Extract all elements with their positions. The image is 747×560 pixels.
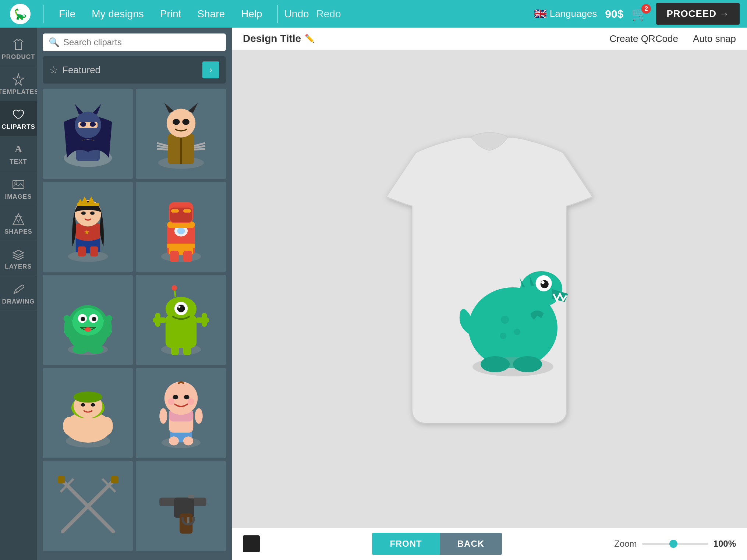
sidebar-item-text[interactable]: A TEXT [0, 136, 37, 171]
sidebar-item-cliparts[interactable]: CLIPARTS [0, 101, 37, 136]
svg-point-67 [81, 316, 85, 321]
svg-point-75 [171, 285, 177, 291]
back-button[interactable]: BACK [440, 533, 502, 555]
clipart-baby[interactable] [136, 368, 226, 458]
svg-point-128 [541, 280, 549, 288]
nav-print[interactable]: Print [152, 8, 190, 20]
sidebar-item-images[interactable]: IMAGES [0, 171, 37, 206]
svg-point-23 [182, 119, 190, 125]
svg-rect-121 [188, 495, 194, 498]
images-icon [12, 178, 25, 191]
nav-file[interactable]: File [51, 8, 84, 20]
clipart-gun[interactable] [136, 461, 226, 551]
proceed-arrow-icon: → [719, 8, 729, 20]
clipart-swords[interactable] [43, 461, 133, 551]
sidebar-item-shapes[interactable]: SHAPES [0, 206, 37, 241]
svg-point-106 [188, 398, 194, 405]
sidebar-item-templates[interactable]: TEMPLATES [0, 66, 37, 101]
svg-rect-46 [170, 251, 178, 262]
nav-my-designs[interactable]: My designs [84, 8, 152, 20]
svg-point-96 [91, 403, 95, 406]
sidebar-item-layers[interactable]: LAYERS [0, 241, 37, 276]
cart-button[interactable]: 🛒 2 [631, 6, 648, 22]
clipart-wolverine[interactable] [136, 89, 226, 179]
header-actions: Create QRCode Auto snap [609, 33, 736, 45]
svg-point-14 [80, 122, 86, 127]
clipart-iron-man[interactable] [136, 182, 226, 272]
svg-point-63 [106, 315, 112, 322]
clipart-alien-monster[interactable] [136, 275, 226, 365]
featured-bar[interactable]: ☆ Featured › [43, 56, 226, 84]
search-input[interactable] [63, 37, 220, 47]
svg-line-29 [194, 149, 205, 149]
svg-point-97 [63, 417, 74, 435]
svg-point-88 [178, 305, 180, 308]
nav-share[interactable]: Share [189, 8, 233, 20]
canvas-header: Design Title ✏️ Create QRCode Auto snap [232, 28, 747, 50]
svg-point-70 [84, 327, 91, 332]
cliparts-panel: 🔍 ☆ Featured › [37, 28, 232, 560]
svg-rect-37 [78, 246, 85, 256]
sidebar-images-label: IMAGES [5, 193, 32, 201]
svg-text:★: ★ [84, 228, 89, 235]
tshirt-svg [342, 123, 637, 454]
star-icon: ☆ [49, 64, 58, 76]
nav-help[interactable]: Help [233, 8, 270, 20]
clipart-green-monster[interactable] [43, 275, 133, 365]
svg-point-15 [89, 122, 95, 127]
svg-point-58 [72, 345, 88, 354]
edit-title-icon[interactable]: ✏️ [305, 34, 315, 43]
cart-badge: 2 [641, 4, 651, 14]
language-button[interactable]: 🇬🇧 Languages [534, 8, 597, 20]
svg-rect-33 [77, 203, 99, 206]
color-swatch[interactable] [243, 535, 260, 552]
sidebar-item-drawing[interactable]: DRAWING [0, 276, 37, 311]
svg-point-95 [81, 403, 85, 406]
svg-marker-11 [75, 104, 83, 114]
sidebar: PRODUCT TEMPLATES CLIPARTS A TEXT [0, 28, 37, 560]
svg-point-42 [177, 227, 185, 234]
front-back-buttons: FRONT BACK [372, 533, 502, 555]
clipart-wonder-woman[interactable]: ★ [43, 182, 133, 272]
svg-point-80 [153, 317, 158, 323]
undo-redo-group: Undo Redo [284, 8, 341, 20]
shirt-icon [12, 38, 25, 51]
svg-point-131 [514, 329, 520, 335]
sidebar-drawing-label: DRAWING [2, 298, 35, 305]
svg-text:🦕: 🦕 [14, 8, 27, 20]
svg-point-98 [102, 417, 113, 435]
redo-button[interactable]: Redo [316, 8, 341, 20]
cliparts-icon [12, 108, 25, 121]
svg-marker-12 [93, 104, 101, 114]
undo-button[interactable]: Undo [284, 8, 309, 20]
featured-left: ☆ Featured [49, 64, 100, 76]
svg-rect-50 [171, 209, 178, 212]
svg-point-109 [169, 436, 178, 445]
svg-point-107 [159, 408, 167, 423]
svg-point-125 [513, 356, 542, 372]
svg-rect-4 [13, 180, 24, 188]
zoom-percentage: 100% [714, 539, 736, 549]
sidebar-text-label: TEXT [10, 158, 27, 166]
front-button[interactable]: FRONT [372, 533, 440, 555]
logo[interactable]: 🦕 [7, 3, 33, 25]
sidebar-item-product[interactable]: PRODUCT [0, 31, 37, 66]
svg-point-94 [73, 391, 102, 403]
svg-point-105 [167, 398, 174, 405]
topbar-right: 🇬🇧 Languages 90$ 🛒 2 PROCEED → [534, 3, 740, 25]
clipart-bald-man[interactable] [43, 368, 133, 458]
svg-point-68 [92, 316, 96, 321]
featured-chevron-button[interactable]: › [202, 61, 219, 78]
tshirt-container[interactable] [342, 123, 637, 454]
undo-divider [277, 5, 278, 23]
auto-snap-button[interactable]: Auto snap [693, 33, 736, 45]
svg-point-102 [164, 382, 197, 415]
svg-marker-6 [13, 214, 24, 225]
svg-point-104 [184, 395, 189, 399]
proceed-button[interactable]: PROCEED → [656, 3, 740, 25]
svg-rect-85 [183, 345, 191, 355]
clipart-batman[interactable] [43, 89, 133, 179]
zoom-slider[interactable] [642, 543, 708, 545]
create-qr-button[interactable]: Create QRCode [609, 33, 678, 45]
svg-point-34 [81, 211, 85, 215]
